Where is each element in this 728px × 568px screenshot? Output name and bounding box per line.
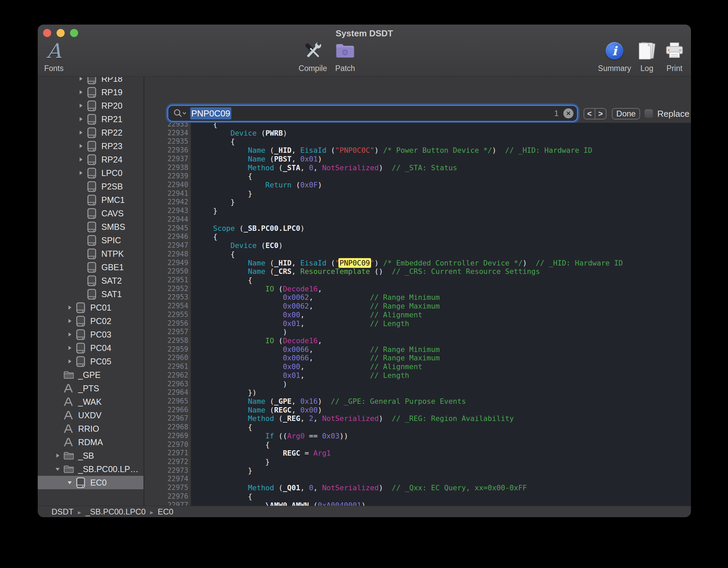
- disclosure-collapsed-icon[interactable]: [76, 103, 86, 108]
- tree-item-pc05[interactable]: PC05: [38, 355, 143, 368]
- search-input[interactable]: PNP0C09 1 ✕: [168, 106, 577, 121]
- code-line[interactable]: 22959 0x0066, // Range Minimum: [144, 345, 691, 354]
- tree-item-rp18[interactable]: RP18: [38, 77, 143, 85]
- code-line[interactable]: 22941 }: [144, 189, 691, 198]
- disclosure-collapsed-icon[interactable]: [76, 130, 86, 135]
- tree-item-pts[interactable]: _PTS: [38, 382, 143, 395]
- disclosure-collapsed-icon[interactable]: [53, 453, 63, 458]
- code-line[interactable]: 22938 Method (_STA, 0, NotSerialized) //…: [144, 164, 691, 172]
- code-line[interactable]: 22942 }: [144, 198, 691, 207]
- tree-item-sb[interactable]: _SB: [38, 449, 143, 462]
- breadcrumb-item[interactable]: EC0: [158, 507, 173, 516]
- tree-item-ntpk[interactable]: NTPK: [38, 247, 143, 260]
- disclosure-collapsed-icon[interactable]: [76, 157, 86, 162]
- code-line[interactable]: 22954 0x0062, // Range Maximum: [144, 302, 691, 311]
- print-button[interactable]: Print: [665, 40, 684, 73]
- disclosure-collapsed-icon[interactable]: [65, 359, 75, 364]
- code-line[interactable]: 22962 0x01, // Length: [144, 371, 691, 380]
- code-line[interactable]: 22939 {: [144, 172, 691, 181]
- disclosure-collapsed-icon[interactable]: [65, 332, 75, 337]
- code-line[interactable]: 22935 {: [144, 137, 691, 146]
- code-line[interactable]: 22936 Name (_HID, EisaId ("PNP0C0C") /* …: [144, 146, 691, 155]
- code-line[interactable]: 22963 ): [144, 380, 691, 389]
- search-icon[interactable]: [173, 108, 187, 118]
- tree-item-rp22[interactable]: RP22: [38, 126, 143, 139]
- tree-item-gbe1[interactable]: GBE1: [38, 260, 143, 274]
- find-previous-button[interactable]: <: [584, 109, 595, 119]
- disclosure-collapsed-icon[interactable]: [76, 77, 86, 81]
- replace-checkbox[interactable]: [644, 109, 653, 118]
- code-line[interactable]: 22933 {: [144, 123, 691, 129]
- code-line[interactable]: 22956 0x01, // Length: [144, 319, 691, 328]
- tree-item-ec0[interactable]: EC0: [38, 476, 143, 489]
- code-line[interactable]: 22952 IO (Decode16,: [144, 285, 691, 293]
- code-line[interactable]: 22965 Name (_GPE, 0x16) // _GPE: General…: [144, 397, 691, 406]
- disclosure-expanded-icon[interactable]: [65, 480, 75, 485]
- code-line[interactable]: 22947 Device (EC0): [144, 241, 691, 250]
- code-line[interactable]: 22943 }: [144, 207, 691, 215]
- tree-item-pc03[interactable]: PC03: [38, 328, 143, 341]
- tree-item-lpc0[interactable]: LPC0: [38, 166, 143, 180]
- code-line[interactable]: 22953 0x0062, // Range Minimum: [144, 293, 691, 302]
- breadcrumb-item[interactable]: _SB.PC00.LPC0: [86, 507, 146, 516]
- log-button[interactable]: Log: [637, 40, 656, 73]
- breadcrumb-item[interactable]: DSDT: [52, 507, 73, 516]
- code-line[interactable]: 22940 Return (0x0F): [144, 181, 691, 189]
- code-line[interactable]: 22968 {: [144, 423, 691, 432]
- compile-button[interactable]: Compile: [299, 40, 327, 73]
- tree-item-sat2[interactable]: SAT2: [38, 274, 143, 287]
- patch-button[interactable]: ⚙ Patch: [335, 40, 355, 73]
- code-line[interactable]: 22975 Method (_Q01, 0, NotSerialized) //…: [144, 484, 691, 492]
- disclosure-collapsed-icon[interactable]: [65, 305, 75, 310]
- tree-item-gpe[interactable]: _GPE: [38, 368, 143, 382]
- code-line[interactable]: 22977 \AMW0.AMWN (0xA0040001): [144, 501, 691, 506]
- tree-item-wak[interactable]: _WAK: [38, 395, 143, 409]
- code-line[interactable]: 22957 ): [144, 328, 691, 336]
- code-line[interactable]: 22972 }: [144, 458, 691, 466]
- code-line[interactable]: 22961 0x00, // Alignment: [144, 362, 691, 371]
- code-line[interactable]: 22945 Scope (_SB.PC00.LPC0): [144, 224, 691, 233]
- code-editor[interactable]: 22933 {22934 Device (PWRB)22935 {22936 N…: [144, 123, 691, 506]
- tree-item-spic[interactable]: SPIC: [38, 234, 143, 247]
- code-line[interactable]: 22976 {: [144, 492, 691, 501]
- code-line[interactable]: 22969 If ((Arg0 == 0x03)): [144, 432, 691, 440]
- tree-item-rp24[interactable]: RP24: [38, 153, 143, 166]
- tree-item-rp19[interactable]: RP19: [38, 85, 143, 99]
- tree-item-rp21[interactable]: RP21: [38, 112, 143, 126]
- tree-item-pc02[interactable]: PC02: [38, 314, 143, 328]
- code-line[interactable]: 22934 Device (PWRB): [144, 129, 691, 138]
- code-line[interactable]: 22951 {: [144, 276, 691, 285]
- summary-button[interactable]: i Summary: [598, 40, 631, 73]
- code-line[interactable]: 22948 {: [144, 250, 691, 259]
- code-line[interactable]: 22950 Name (_CRS, ResourceTemplate () //…: [144, 267, 691, 276]
- disclosure-collapsed-icon[interactable]: [65, 318, 75, 324]
- disclosure-collapsed-icon[interactable]: [76, 90, 86, 95]
- code-line[interactable]: 22974: [144, 475, 691, 484]
- code-line[interactable]: 22967 Method (_REG, 2, NotSerialized) //…: [144, 414, 691, 423]
- tree-item-rdma[interactable]: RDMA: [38, 435, 143, 449]
- code-line[interactable]: 22960 0x0066, // Range Maximum: [144, 354, 691, 362]
- tree-item-uxdv[interactable]: UXDV: [38, 409, 143, 422]
- disclosure-collapsed-icon[interactable]: [76, 116, 86, 122]
- disclosure-expanded-icon[interactable]: [53, 466, 63, 472]
- code-line[interactable]: 22964 }): [144, 388, 691, 397]
- tree-item-rp20[interactable]: RP20: [38, 99, 143, 112]
- code-line[interactable]: 22958 IO (Decode16,: [144, 336, 691, 345]
- disclosure-collapsed-icon[interactable]: [65, 345, 75, 351]
- code-line[interactable]: 22973 }: [144, 466, 691, 475]
- tree-item-rrio[interactable]: RRIO: [38, 422, 143, 435]
- tree-item-smbs[interactable]: SMBS: [38, 220, 143, 234]
- code-line[interactable]: 22971 REGC = Arg1: [144, 449, 691, 458]
- code-line[interactable]: 22955 0x00, // Alignment: [144, 311, 691, 319]
- find-next-button[interactable]: >: [595, 109, 606, 119]
- fonts-button[interactable]: A Fonts: [44, 40, 64, 73]
- clear-search-icon[interactable]: ✕: [563, 108, 573, 118]
- tree-item-cavs[interactable]: CAVS: [38, 207, 143, 220]
- code-line[interactable]: 22944: [144, 215, 691, 224]
- done-button[interactable]: Done: [612, 108, 640, 119]
- tree-item-p2sb[interactable]: P2SB: [38, 180, 143, 193]
- tree-item-pc04[interactable]: PC04: [38, 341, 143, 355]
- code-line[interactable]: 22970 {: [144, 440, 691, 449]
- code-line[interactable]: 22946 {: [144, 233, 691, 241]
- tree-item-rp23[interactable]: RP23: [38, 139, 143, 153]
